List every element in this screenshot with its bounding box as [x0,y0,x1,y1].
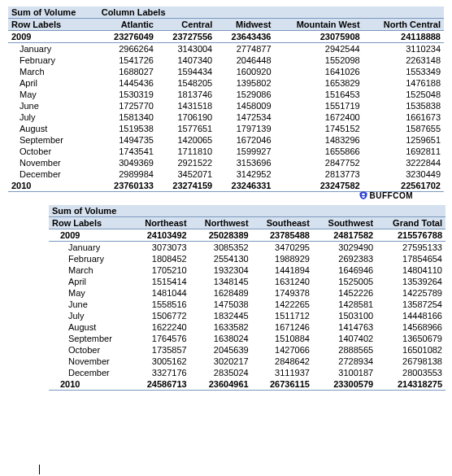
value-cell: 2263148 [363,55,444,66]
month-cell: September [8,134,98,146]
value-cell: 3111937 [252,367,313,378]
value-cell: 13539264 [376,276,445,287]
value-cell: 1445436 [98,77,157,89]
value-cell: 3153696 [215,157,274,168]
value-cell: 1506772 [131,310,190,321]
value-cell: 2813773 [275,168,363,180]
value-cell: 16501082 [376,344,445,356]
month-cell: July [8,111,98,123]
value-cell: 1535838 [363,100,444,111]
value-cell: 1735857 [131,344,190,356]
col-header: Northeast [131,217,190,229]
value-cell: 1475038 [190,299,252,310]
value-cell: 1428581 [313,299,376,310]
sum-of-volume-label: Sum of Volume [49,205,445,217]
value-cell: 2045639 [190,344,252,356]
table-row: June155851614750381422265142858113587254 [49,299,445,310]
value-cell: 3142952 [215,168,274,180]
month-cell: March [49,264,131,276]
month-cell: May [8,89,98,100]
value-cell: 3100187 [313,367,376,378]
pivot-table-2: Sum of Volume Row Labels Northeast North… [49,205,445,391]
col-header: Grand Total [376,217,445,229]
value-cell: 14225789 [376,287,445,299]
month-cell: January [8,43,98,55]
value-cell: 1414763 [313,321,376,333]
value-cell: 3452071 [157,168,215,180]
value-cell: 2847752 [275,157,363,168]
value-cell: 1797139 [215,123,274,134]
value-cell: 1525005 [313,276,376,287]
value-cell: 1481044 [131,287,190,299]
month-cell: March [8,66,98,77]
value-cell: 1661673 [363,111,444,123]
header-row: Row Labels Northeast Northwest Southeast… [49,217,445,229]
value-cell: 1671246 [252,321,313,333]
value-cell: 2774877 [215,43,274,55]
value-cell: 27595133 [376,242,445,254]
value-cell: 1503100 [313,310,376,321]
month-cell: September [49,333,131,344]
table-row: December33271762835024311193731001872800… [49,367,445,378]
value-cell: 1932304 [190,264,252,276]
col-header: North Central [363,19,444,31]
month-cell: April [8,77,98,89]
value-cell: 2942544 [275,43,363,55]
value-cell: 13650679 [376,333,445,344]
value-cell: 14568966 [376,321,445,333]
value-cell: 1749378 [252,287,313,299]
table-row: September1764576163802415108841407402136… [49,333,445,344]
value-cell: 1552098 [275,55,363,66]
value-cell: 1655866 [275,146,363,157]
year-row-2009: 2009 24103492250283892378548824817582215… [49,229,445,242]
month-cell: November [49,356,131,367]
value-cell: 2692383 [313,253,376,264]
year-row-2009: 2009 23276049237275562364343623075908241… [8,31,444,43]
value-cell: 1259651 [363,134,444,146]
month-cell: February [49,253,131,264]
value-cell: 1558516 [131,299,190,310]
col-header: Mountain West [275,19,363,31]
pivot-table-1: Sum of Volume Column Labels Row Labels A… [8,7,444,192]
value-cell: 2888565 [313,344,376,356]
table-row: October173585720456391427066288856516501… [49,344,445,356]
month-cell: November [8,157,98,168]
value-cell: 1494735 [98,134,157,146]
value-cell: 1420065 [157,134,215,146]
month-cell: December [49,367,131,378]
table-row: April14454361548205139580216538291476188 [8,77,444,89]
col-header: Northwest [190,217,252,229]
value-cell: 1511712 [252,310,313,321]
table-row: June17257701431518145800915517191535838 [8,100,444,111]
value-cell: 1587655 [363,123,444,134]
value-cell: 3073073 [131,242,190,254]
table-row: March17052101932304144189416469461480411… [49,264,445,276]
value-cell: 1431518 [157,100,215,111]
value-cell: 1348145 [190,276,252,287]
col-header: Atlantic [98,19,157,31]
month-cell: January [49,242,131,254]
value-cell: 1988929 [252,253,313,264]
month-cell: May [49,287,131,299]
table-row: May148104416284891749378145222614225789 [49,287,445,299]
value-cell: 1594434 [157,66,215,77]
value-cell: 3020217 [190,356,252,367]
value-cell: 3085352 [190,242,252,254]
value-cell: 1725770 [98,100,157,111]
value-cell: 3327176 [131,367,190,378]
value-cell: 1745152 [275,123,363,134]
month-cell: October [49,344,131,356]
value-cell: 1452226 [313,287,376,299]
table-row: August1622240163358216712461414763145689… [49,321,445,333]
table-row: February18084522554130198892926923831785… [49,253,445,264]
value-cell: 1516453 [275,89,363,100]
value-cell: 1832445 [190,310,252,321]
table-row: September1494735142006516720461483296125… [8,134,444,146]
column-labels-label: Column Labels [98,7,444,19]
value-cell: 3049369 [98,157,157,168]
buffcom-logo: BUFFCOM [359,190,414,200]
table-row: February15417261407340204644815520982263… [8,55,444,66]
table-row: March16880271594434160092016410261553349 [8,66,444,77]
value-cell: 1711810 [157,146,215,157]
table-row: August1519538157765117971391745152158765… [8,123,444,134]
